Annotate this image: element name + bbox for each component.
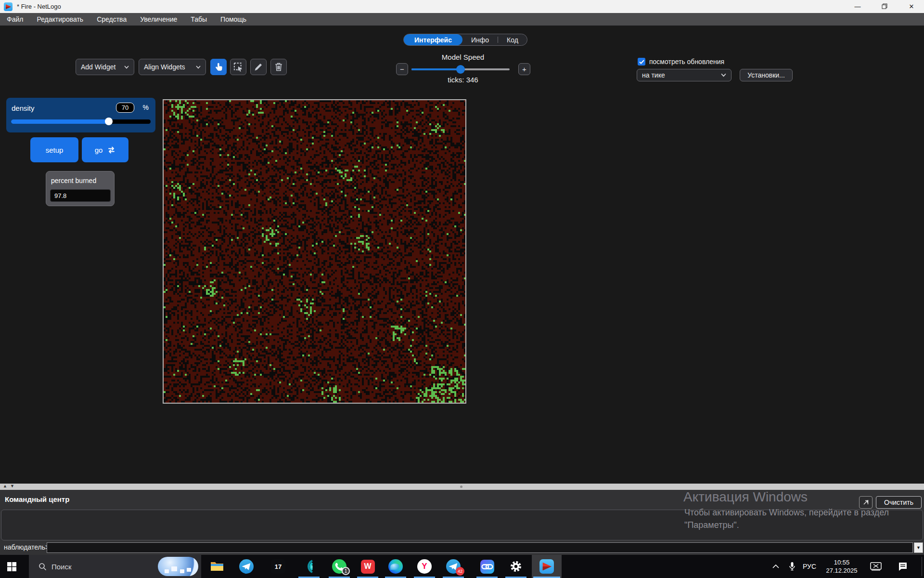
view-updates-label: посмотреть обновления	[649, 58, 724, 66]
netlogo-icon	[539, 559, 554, 574]
density-slider-thumb[interactable]	[105, 118, 113, 125]
wps-office-icon: W	[361, 560, 375, 574]
select-widgets-tool-button[interactable]	[230, 59, 246, 75]
tray-overflow-button[interactable]	[769, 555, 783, 578]
telegram-icon	[239, 559, 254, 574]
title-bar: * Fire - NetLogo — ✕	[0, 0, 924, 13]
menu-help[interactable]: Помощь	[214, 13, 253, 26]
tab-interface[interactable]: Интерфейс	[404, 34, 462, 45]
yandex-browser-icon: Y	[417, 559, 432, 574]
close-button[interactable]: ✕	[904, 0, 919, 13]
clock-time: 10:55	[834, 558, 850, 566]
edit-widget-tool-button[interactable]	[250, 59, 267, 75]
taskbar-wave-app[interactable]	[297, 555, 321, 578]
netlogo-app-icon	[4, 2, 13, 11]
taskbar-link-app[interactable]	[475, 555, 499, 578]
detach-command-center-button[interactable]	[859, 496, 873, 509]
detach-icon	[862, 499, 869, 506]
clear-button[interactable]: Очистить	[876, 496, 922, 509]
check-icon	[639, 60, 644, 64]
taskbar-telegram[interactable]	[235, 555, 258, 578]
model-speed-fill	[411, 68, 461, 70]
tray-language-switcher[interactable]: РУС	[800, 555, 819, 578]
menu-bar: Файл Редактировать Средства Увеличение Т…	[0, 13, 924, 26]
notification-center-button[interactable]	[893, 555, 912, 578]
command-input[interactable]	[47, 542, 913, 553]
chain-link-icon	[480, 560, 494, 574]
menu-file[interactable]: Файл	[0, 13, 30, 26]
menu-tools[interactable]: Средства	[90, 13, 133, 26]
go-button-label: go	[95, 146, 103, 154]
observer-prompt-label: наблюдатель>	[4, 543, 49, 551]
delete-widget-tool-button[interactable]	[270, 59, 287, 75]
add-widget-label: Add Widget	[81, 63, 116, 71]
tray-clock[interactable]: 10:55 27.12.2025	[820, 557, 864, 576]
file-explorer-icon	[210, 561, 224, 572]
taskbar-netlogo[interactable]	[532, 555, 562, 578]
world-canvas	[164, 100, 465, 403]
menu-zoom[interactable]: Увеличение	[133, 13, 184, 26]
boxed-x-icon	[870, 562, 882, 571]
taskbar-edge[interactable]	[384, 555, 407, 578]
weather-widget-icon[interactable]	[158, 557, 198, 576]
restore-button[interactable]	[877, 0, 892, 13]
whatsapp-icon: 1	[332, 559, 346, 574]
update-mode-dropdown[interactable]: на тике	[637, 69, 732, 81]
density-slider-track[interactable]	[11, 119, 151, 124]
gear-icon	[510, 560, 522, 573]
taskbar: Поиск 17	[0, 555, 924, 578]
command-output-area[interactable]	[1, 510, 923, 540]
taskbar-telegram-alt[interactable]: 42	[442, 555, 465, 578]
chevron-down-icon	[124, 66, 129, 69]
taskbar-search-box[interactable]: Поиск	[29, 555, 201, 578]
language-label: РУС	[803, 563, 816, 570]
model-speed-label: Model Speed	[411, 53, 514, 61]
interact-hand-tool-button[interactable]	[210, 59, 227, 75]
pencil-icon	[254, 62, 263, 72]
wave-app-icon	[302, 559, 316, 574]
chevron-down-icon	[196, 66, 201, 69]
tray-app-icon-button[interactable]	[866, 555, 886, 578]
taskbar-tradingview[interactable]: 17	[267, 555, 290, 578]
taskbar-file-explorer[interactable]	[205, 555, 229, 578]
forever-loop-icon	[107, 146, 116, 154]
setup-button[interactable]: setup	[30, 137, 78, 162]
start-button[interactable]	[0, 555, 23, 578]
density-label: density	[12, 104, 35, 112]
setup-button-label: setup	[46, 146, 64, 154]
command-center-title: Командный центр	[5, 495, 69, 503]
command-history-button[interactable]: ▼	[914, 542, 923, 553]
minimize-button[interactable]: —	[850, 0, 865, 13]
tray-microphone[interactable]	[785, 555, 799, 578]
tab-code[interactable]: Код	[498, 34, 527, 45]
hand-icon	[214, 62, 223, 72]
add-widget-dropdown[interactable]: Add Widget	[76, 59, 134, 75]
taskbar-settings[interactable]	[504, 555, 527, 578]
model-speed-slider[interactable]	[411, 68, 510, 70]
percent-burned-monitor: percent burned 97.8	[46, 171, 115, 206]
ticks-counter: ticks: 346	[411, 76, 514, 84]
go-button[interactable]: go	[82, 137, 128, 162]
settings-button[interactable]: Установки...	[740, 69, 793, 81]
speed-faster-button[interactable]: +	[518, 63, 530, 75]
density-slider-widget: density 70 %	[6, 98, 155, 132]
density-value: 70	[116, 103, 134, 113]
tab-strip: Интерфейс Инфо Код	[403, 34, 527, 46]
view-updates-checkbox[interactable]	[638, 58, 645, 66]
model-speed-thumb[interactable]	[456, 65, 465, 74]
notification-icon	[898, 562, 908, 571]
world-view[interactable]	[163, 99, 466, 404]
taskbar-wps-office[interactable]: W	[356, 555, 379, 578]
speed-slower-button[interactable]: −	[396, 63, 408, 75]
search-icon	[38, 563, 47, 571]
tab-info[interactable]: Инфо	[462, 34, 498, 45]
menu-tabs[interactable]: Табы	[184, 13, 214, 26]
align-widgets-dropdown[interactable]: Align Widgets	[139, 59, 206, 75]
splitter-arrows-icon[interactable]: ▲▼	[3, 484, 17, 488]
taskbar-whatsapp[interactable]: 1	[328, 555, 351, 578]
taskbar-yandex-browser[interactable]: Y	[413, 555, 436, 578]
density-slider-fill	[11, 119, 109, 124]
command-center-splitter[interactable]: ▲▼	[0, 484, 924, 490]
microphone-icon	[789, 562, 796, 571]
menu-edit[interactable]: Редактировать	[30, 13, 90, 26]
